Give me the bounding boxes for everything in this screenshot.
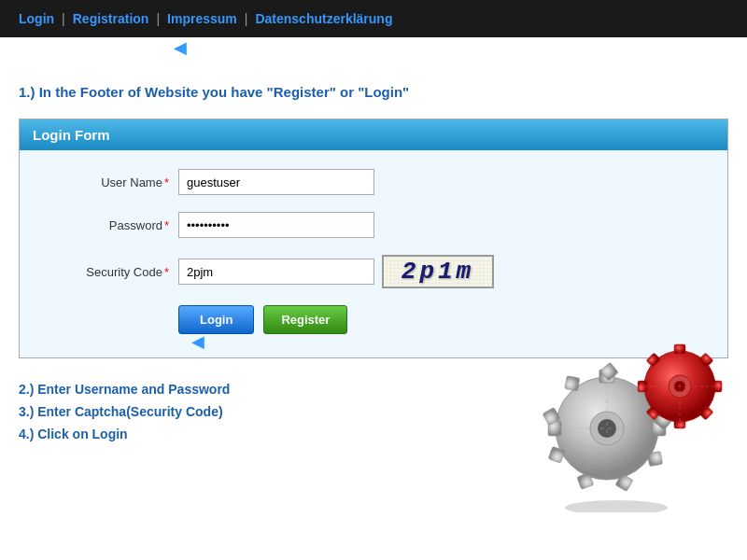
username-label: User Name*: [48, 175, 169, 189]
register-button[interactable]: Register: [263, 305, 347, 334]
gear-svg: [542, 326, 728, 512]
captcha-text: 2p1m: [402, 258, 474, 286]
login-button[interactable]: Login: [178, 305, 254, 334]
instructions-text: 2.) Enter Username and Password 3.) Ente…: [19, 382, 542, 449]
password-input[interactable]: [178, 212, 374, 238]
login-form-header: Login Form: [20, 119, 727, 150]
top-navigation: Login | Registration | Impressum | Daten…: [0, 0, 747, 37]
nav-sep-3: |: [245, 11, 248, 26]
login-form-container: Login Form User Name* Password* Security…: [19, 119, 728, 358]
security-code-row: Security Code* 2p1m: [48, 255, 699, 288]
password-required: *: [164, 218, 169, 232]
gear-graphic: [542, 326, 728, 494]
captcha-image: 2p1m: [382, 255, 494, 288]
username-row: User Name*: [48, 169, 699, 195]
security-code-label: Security Code*: [48, 265, 169, 279]
nav-impressum[interactable]: Impressum: [167, 11, 237, 26]
svg-point-30: [565, 500, 668, 512]
svg-rect-11: [565, 376, 580, 391]
username-required: *: [164, 175, 169, 189]
username-input[interactable]: [178, 169, 374, 195]
nav-registration[interactable]: Registration: [73, 11, 149, 26]
nav-cursor-indicator: ◀: [174, 39, 747, 56]
step3-instruction: 3.) Enter Captcha(Security Code): [19, 404, 542, 419]
nav-datenschutz[interactable]: Datenschutzerklärung: [255, 11, 392, 26]
nav-login[interactable]: Login: [19, 11, 54, 26]
password-label: Password*: [48, 218, 169, 232]
step2-instruction: 2.) Enter Username and Password: [19, 382, 542, 397]
step4-instruction: 4.) Click on Login: [19, 427, 542, 441]
step1-instruction: 1.) In the Footer of Website you have "R…: [19, 84, 728, 100]
login-cursor-indicator: ◀: [191, 331, 204, 352]
nav-sep-2: |: [156, 11, 160, 26]
svg-rect-6: [647, 451, 662, 466]
security-code-required: *: [164, 265, 169, 279]
instructions-section: 2.) Enter Username and Password 3.) Ente…: [19, 382, 728, 494]
nav-sep-1: |: [62, 11, 65, 26]
security-code-input[interactable]: [178, 259, 374, 285]
password-row: Password*: [48, 212, 699, 238]
